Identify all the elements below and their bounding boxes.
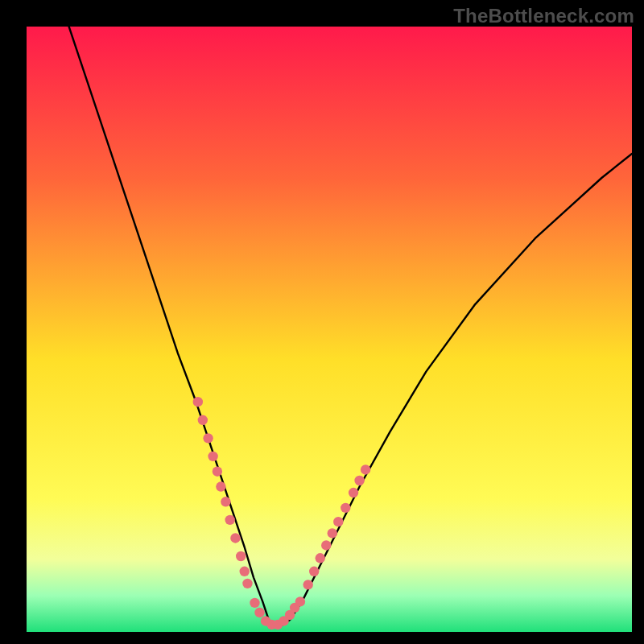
plot-svg xyxy=(27,27,632,632)
marker-markers-right xyxy=(328,528,337,538)
marker-markers-bottom xyxy=(295,597,305,606)
marker-markers-left xyxy=(203,433,213,443)
marker-markers-right xyxy=(349,488,358,497)
watermark-text: TheBottleneck.com xyxy=(453,5,634,27)
marker-markers-left xyxy=(240,567,250,576)
marker-markers-left xyxy=(242,579,252,588)
marker-markers-right xyxy=(333,517,343,526)
marker-markers-left xyxy=(230,533,240,543)
marker-markers-left xyxy=(221,497,230,506)
marker-markers-right xyxy=(309,567,319,576)
marker-markers-left xyxy=(225,515,234,525)
marker-markers-right xyxy=(321,540,331,550)
marker-markers-left xyxy=(213,467,222,477)
marker-markers-bottom xyxy=(254,608,264,617)
marker-markers-right xyxy=(361,464,370,474)
plot-area xyxy=(27,27,632,632)
marker-markers-left xyxy=(208,452,217,461)
marker-markers-bottom xyxy=(250,598,259,608)
marker-markers-right xyxy=(341,503,350,513)
marker-markers-right xyxy=(354,476,364,485)
marker-markers-right xyxy=(316,553,325,563)
marker-markers-left xyxy=(236,551,246,561)
marker-markers-right xyxy=(303,580,312,589)
marker-markers-left xyxy=(198,415,208,425)
chart-outer: TheBottleneck.com xyxy=(0,0,644,644)
gradient-background xyxy=(27,27,632,632)
marker-markers-left xyxy=(216,481,225,491)
marker-markers-left xyxy=(193,397,203,407)
